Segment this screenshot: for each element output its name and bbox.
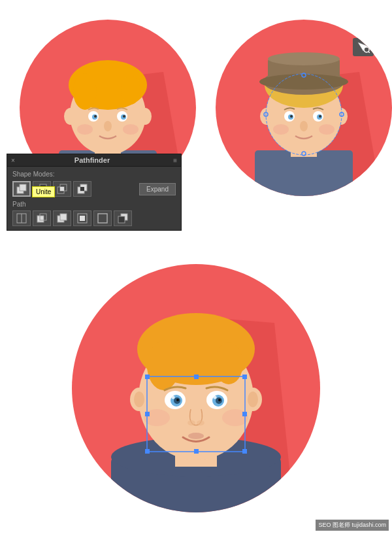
svg-point-93 (222, 409, 248, 426)
svg-rect-66 (118, 216, 125, 223)
svg-point-89 (188, 420, 195, 426)
bottom-section (0, 242, 392, 534)
intersect-button[interactable] (53, 181, 71, 197)
pathfinders-label: Path (12, 201, 26, 208)
shape-modes-row: Unite (12, 181, 176, 197)
svg-rect-47 (20, 184, 26, 191)
svg-rect-100 (194, 449, 199, 454)
svg-point-9 (139, 108, 152, 125)
svg-rect-97 (145, 449, 150, 454)
watermark: SEO 图老师 tujidashi.com (316, 520, 389, 531)
svg-point-26 (268, 52, 340, 65)
panel-title: Pathfinder (74, 156, 110, 164)
expand-button[interactable]: Expand (139, 183, 176, 195)
svg-point-44 (364, 47, 369, 52)
pathfinders-row (12, 210, 176, 226)
svg-rect-52 (60, 187, 64, 191)
svg-line-45 (368, 52, 370, 53)
panel-menu-button[interactable]: ≡ (173, 157, 177, 164)
panel-body: Shape Modes: Unite (7, 167, 181, 230)
svg-rect-96 (242, 375, 247, 379)
divide-button[interactable] (12, 210, 31, 226)
svg-rect-98 (242, 449, 247, 454)
merge-button[interactable] (53, 210, 71, 226)
unite-tooltip: Unite (32, 186, 55, 197)
avatar-top-right (216, 20, 392, 196)
svg-point-88 (214, 395, 217, 399)
svg-point-15 (123, 115, 125, 118)
svg-rect-55 (80, 187, 84, 191)
svg-rect-99 (194, 375, 199, 379)
svg-rect-61 (60, 214, 67, 220)
panel-titlebar: × Pathfinder ≡ (7, 154, 181, 167)
svg-point-27 (259, 74, 348, 90)
svg-point-78 (248, 392, 258, 407)
svg-point-37 (273, 124, 289, 135)
svg-point-76 (134, 392, 144, 407)
outline-button[interactable] (93, 210, 112, 226)
svg-point-92 (144, 409, 170, 426)
svg-point-74 (214, 342, 243, 384)
svg-point-8 (64, 108, 77, 125)
svg-rect-95 (145, 375, 150, 379)
crop-button[interactable] (73, 210, 91, 226)
svg-rect-102 (242, 412, 247, 416)
pathfinders-label-row: Path (12, 201, 176, 208)
svg-point-90 (197, 420, 204, 426)
svg-point-16 (104, 121, 112, 131)
svg-point-7 (121, 76, 140, 105)
trim-button[interactable] (33, 210, 51, 226)
svg-point-85 (176, 399, 179, 401)
svg-point-6 (73, 73, 97, 110)
unite-button[interactable]: Unite (12, 181, 31, 197)
svg-rect-64 (98, 214, 107, 223)
svg-rect-101 (145, 412, 150, 416)
svg-point-36 (300, 121, 308, 131)
svg-point-34 (290, 115, 293, 118)
svg-point-18 (123, 124, 139, 135)
svg-point-91 (188, 433, 204, 439)
avatar-bottom (72, 264, 320, 512)
svg-point-14 (94, 115, 97, 118)
exclude-button[interactable] (73, 181, 91, 197)
svg-rect-63 (80, 216, 85, 221)
svg-point-73 (147, 341, 180, 390)
shape-modes-label: Shape Modes: (12, 171, 176, 178)
panel-close-button[interactable]: × (11, 157, 15, 164)
svg-point-87 (172, 395, 175, 399)
svg-rect-20 (255, 150, 353, 196)
pathfinder-panel: × Pathfinder ≡ Shape Modes: Unite (7, 154, 182, 231)
avatar-bottom-svg (72, 264, 320, 512)
svg-point-35 (319, 115, 321, 118)
minus-back-button[interactable] (114, 210, 132, 226)
svg-rect-58 (37, 216, 44, 222)
cursor-icon (353, 38, 374, 56)
svg-point-38 (319, 124, 335, 135)
svg-point-86 (218, 399, 221, 401)
svg-point-17 (77, 124, 93, 135)
